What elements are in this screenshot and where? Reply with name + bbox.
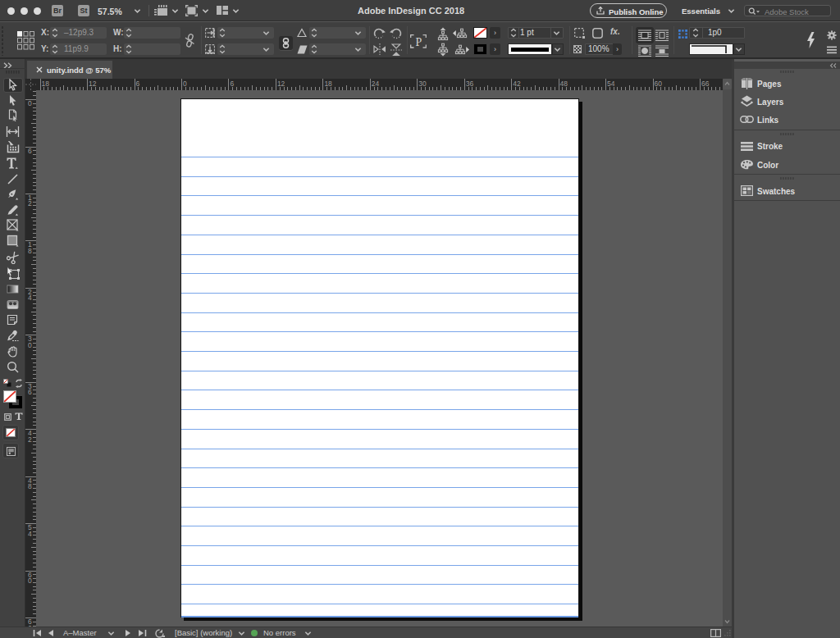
svg-text:P: P [416,36,422,48]
